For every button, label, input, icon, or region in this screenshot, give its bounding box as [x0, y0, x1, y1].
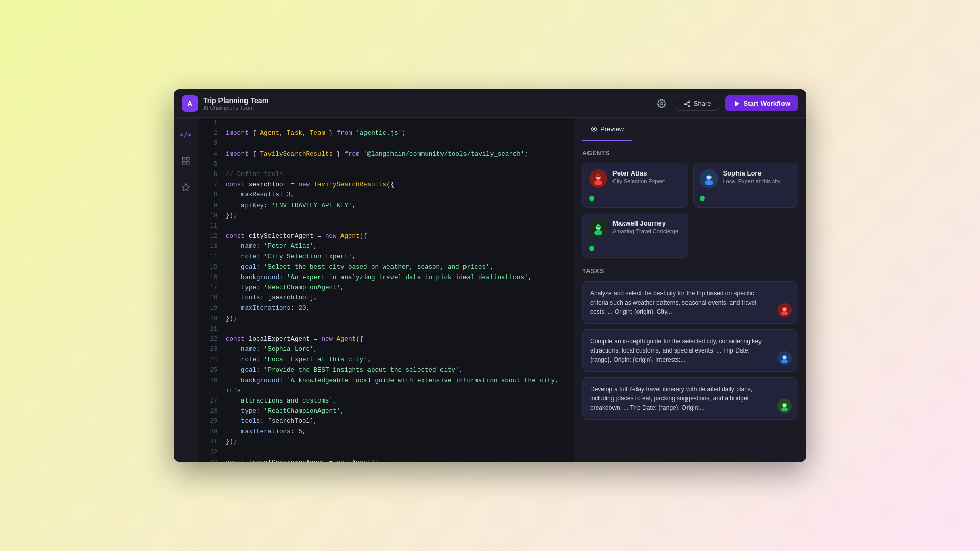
code-line: 32: [198, 447, 574, 458]
agents-section-title: Agents: [582, 149, 798, 157]
panel-content: Agents: [574, 141, 806, 433]
svg-point-14: [594, 180, 602, 185]
svg-point-25: [783, 308, 786, 311]
code-line: 13 name: 'Peter Atlas',: [198, 241, 574, 252]
svg-point-0: [660, 102, 663, 105]
main-content: </> 1 2import { Agent, Task, Team } from…: [174, 118, 806, 462]
agent-role-sophia: Local Expert at this city: [723, 178, 781, 184]
tasks-section-title: Tasks: [582, 268, 798, 275]
task-text-2: Compile an in-depth guide for the select…: [590, 337, 791, 364]
code-line: 25 goal: 'Provide the BEST insights abou…: [198, 365, 574, 375]
agent-avatar-maxwell: [589, 219, 607, 238]
task-avatar-maxwell-3: [777, 399, 792, 413]
code-line: 12const citySelectorAgent = new Agent({: [198, 231, 574, 241]
task-card-2[interactable]: Compile an in-depth guide for the select…: [582, 329, 798, 372]
svg-point-21: [594, 230, 602, 235]
code-line: 7const searchTool = new TavilySearchResu…: [198, 180, 574, 190]
svg-marker-11: [182, 184, 189, 191]
code-line: 28 type: 'ReactChampionAgent',: [198, 406, 574, 416]
code-line: 15 goal: 'Select the best city based on …: [198, 262, 574, 272]
share-button[interactable]: Share: [676, 96, 719, 111]
task-avatar-peter: [777, 303, 792, 317]
sidebar-icon-code[interactable]: </>: [178, 126, 194, 142]
code-line: 6// Define tools: [198, 169, 574, 180]
svg-point-19: [707, 175, 711, 179]
start-workflow-button[interactable]: Start Workflow: [725, 95, 799, 111]
svg-marker-6: [734, 101, 739, 106]
code-line: 26 background: `A knowledgeable local gu…: [198, 375, 574, 396]
agents-grid: Peter Atlas City Selection Expert: [582, 163, 798, 258]
right-panel: Preview Agents: [574, 118, 806, 462]
svg-rect-8: [186, 157, 189, 160]
agent-status-maxwell: [589, 246, 594, 251]
code-line: 2import { Agent, Task, Team } from 'agen…: [198, 128, 574, 138]
agent-name-sophia: Sophia Lore: [723, 169, 781, 177]
agent-status-peter: [589, 196, 594, 201]
agent-info-peter: Peter Atlas City Selection Expert: [612, 169, 665, 184]
code-line: 33const travelConciergeAgent = new Agent…: [198, 458, 574, 462]
agent-avatar-peter: [589, 169, 607, 188]
code-line: 31});: [198, 437, 574, 447]
code-line: 11: [198, 221, 574, 231]
agent-card-maxwell[interactable]: Maxwell Journey Amazing Travel Concierge: [582, 213, 688, 258]
code-line: 18 tools: [searchTool],: [198, 293, 574, 303]
agent-card-top-maxwell: Maxwell Journey Amazing Travel Concierge: [589, 219, 681, 238]
task-card-3[interactable]: Develop a full 7-day travel itinerary wi…: [582, 377, 798, 420]
svg-point-12: [593, 128, 595, 130]
svg-point-18: [705, 180, 713, 185]
agent-role-maxwell: Amazing Travel Concierge: [612, 228, 678, 234]
code-line: 14 role: 'City Selection Expert',: [198, 252, 574, 262]
code-line: 21: [198, 324, 574, 334]
code-line: 27 attractions and customs`,: [198, 396, 574, 406]
svg-point-3: [688, 105, 690, 107]
code-line: 8 maxResults: 3,: [198, 190, 574, 200]
agent-role-peter: City Selection Expert: [612, 178, 665, 184]
sidebar-icon-grid[interactable]: [178, 153, 194, 169]
code-line: 29 tools: [searchTool],: [198, 416, 574, 427]
svg-rect-7: [182, 157, 185, 160]
task-text-1: Analyze and select the best city for the…: [590, 289, 791, 316]
svg-point-1: [688, 101, 690, 103]
code-line: 5: [198, 159, 574, 169]
header-left: A Trip Planning Team AI Champions Team: [182, 95, 268, 112]
agent-card-top: Peter Atlas City Selection Expert: [589, 169, 681, 188]
code-line: 10});: [198, 211, 574, 221]
code-line: 20});: [198, 314, 574, 324]
settings-button[interactable]: [653, 95, 670, 112]
svg-point-28: [783, 356, 786, 359]
svg-point-31: [783, 404, 786, 407]
app-logo: A: [182, 95, 198, 112]
task-card-1[interactable]: Analyze and select the best city for the…: [582, 281, 798, 324]
code-line: 16 background: 'An expert in analyzing t…: [198, 272, 574, 283]
sidebar-icons: </>: [174, 118, 198, 462]
agent-status-sophia: [700, 196, 705, 201]
tasks-section: Analyze and select the best city for the…: [582, 281, 798, 420]
app-title: Trip Planning Team: [203, 96, 268, 105]
code-line: 19 maxIterations: 20,: [198, 303, 574, 313]
header: A Trip Planning Team AI Champions Team S…: [174, 89, 806, 118]
header-title-group: Trip Planning Team AI Champions Team: [203, 96, 268, 111]
sidebar-icon-magic[interactable]: [178, 179, 194, 195]
agent-avatar-sophia: [700, 169, 718, 188]
svg-rect-10: [182, 162, 185, 164]
code-line: 17 type: 'ReactChampionAgent',: [198, 283, 574, 293]
agent-info-sophia: Sophia Lore Local Expert at this city: [723, 169, 781, 184]
agent-card-sophia[interactable]: Sophia Lore Local Expert at this city: [693, 163, 799, 208]
svg-rect-9: [186, 162, 189, 164]
task-avatar-sophia-2: [777, 351, 792, 365]
agent-card-peter[interactable]: Peter Atlas City Selection Expert: [582, 163, 688, 208]
task-text-3: Develop a full 7-day travel itinerary wi…: [590, 385, 791, 412]
code-line: 9 apiKey: 'ENV_TRAVILY_API_KEY',: [198, 201, 574, 211]
svg-point-27: [781, 359, 788, 363]
svg-point-30: [781, 407, 788, 411]
svg-rect-16: [596, 175, 600, 177]
header-right: Share Start Workflow: [653, 95, 798, 112]
code-line: 24 role: 'Local Expert at this city',: [198, 355, 574, 365]
code-line: 22const localExpertAgent = new Agent({: [198, 334, 574, 344]
tab-preview[interactable]: Preview: [582, 118, 632, 141]
agent-card-top-sophia: Sophia Lore Local Expert at this city: [700, 169, 792, 188]
panel-tabs: Preview: [574, 118, 806, 141]
code-line: 3: [198, 138, 574, 148]
svg-line-5: [686, 102, 688, 103]
code-line: 4import { TavilySearchResults } from '@l…: [198, 149, 574, 159]
